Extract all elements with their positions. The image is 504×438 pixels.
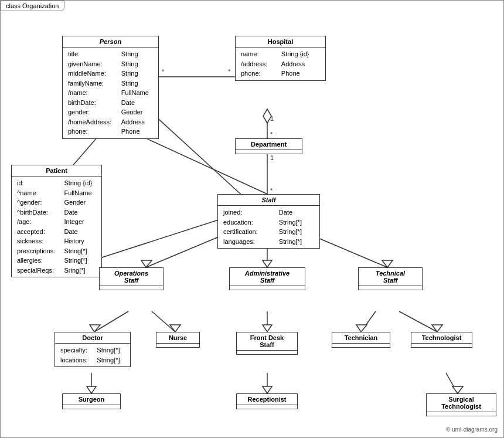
class-hospital: Hospital name:String {id} /address:Addre… <box>235 36 326 81</box>
svg-marker-29 <box>356 325 367 332</box>
class-surgical-technologist-header: SurgicalTechnologist <box>427 394 496 412</box>
svg-marker-33 <box>87 386 96 393</box>
class-hospital-header: Hospital <box>236 36 325 47</box>
class-technologist-body <box>411 344 472 347</box>
class-nurse-body <box>156 344 199 347</box>
class-department-body <box>236 150 302 154</box>
class-person-header: Person <box>63 36 158 47</box>
class-receptionist-header: Receptionist <box>237 394 297 405</box>
svg-marker-4 <box>263 109 271 123</box>
class-surgeon-body <box>63 405 120 409</box>
svg-line-28 <box>361 311 376 332</box>
class-front-desk-staff: Front DeskStaff <box>236 332 298 355</box>
class-doctor: Doctor specialty:String[*] locations:Str… <box>55 332 131 367</box>
class-receptionist-body <box>237 405 297 409</box>
class-patient-header: Patient <box>12 165 101 176</box>
class-technical-staff-header: TechnicalStaff <box>359 268 422 286</box>
svg-marker-23 <box>90 325 100 332</box>
class-technologist: Technologist <box>411 332 472 348</box>
svg-text:*: * <box>162 68 165 75</box>
class-surgeon-header: Surgeon <box>63 394 120 405</box>
class-operations-staff: OperationsStaff <box>99 267 164 290</box>
class-patient-body: id:String {id} ^name:FullName ^gender:Ge… <box>12 176 101 277</box>
class-doctor-header: Doctor <box>55 332 130 344</box>
class-receptionist: Receptionist <box>236 393 298 409</box>
class-patient: Patient id:String {id} ^name:FullName ^g… <box>11 165 102 277</box>
class-surgical-technologist: SurgicalTechnologist <box>426 393 496 416</box>
class-staff: Staff joined:Date education:String[*] ce… <box>217 194 320 249</box>
svg-marker-27 <box>263 325 272 332</box>
class-technical-staff: TechnicalStaff <box>358 267 423 290</box>
class-technical-staff-body <box>359 286 422 290</box>
class-administrative-staff: AdministrativeStaff <box>229 267 305 290</box>
class-staff-header: Staff <box>218 195 319 206</box>
svg-line-22 <box>94 311 128 332</box>
svg-text:1: 1 <box>270 154 274 161</box>
class-surgeon: Surgeon <box>62 393 121 409</box>
svg-text:*: * <box>270 131 273 138</box>
svg-marker-37 <box>452 386 463 393</box>
class-administrative-staff-header: AdministrativeStaff <box>230 268 305 286</box>
svg-line-36 <box>446 373 458 393</box>
copyright: © uml-diagrams.org <box>446 426 498 433</box>
class-front-desk-staff-header: Front DeskStaff <box>237 332 297 351</box>
svg-marker-31 <box>432 325 442 332</box>
svg-text:*: * <box>270 187 273 194</box>
class-operations-staff-body <box>100 286 163 290</box>
class-person-body: title:String givenName:String middleName… <box>63 47 158 138</box>
diagram-container: class Organization * * 1 * 1 * <box>0 0 504 438</box>
class-technician-header: Technician <box>332 332 390 344</box>
svg-line-24 <box>152 311 175 332</box>
class-technician: Technician <box>332 332 390 348</box>
diagram-title: class Organization <box>1 1 64 11</box>
svg-marker-17 <box>141 260 152 267</box>
class-hospital-body: name:String {id} /address:Address phone:… <box>236 47 325 80</box>
class-department-header: Department <box>236 139 302 150</box>
class-person: Person title:String givenName:String mid… <box>62 36 159 139</box>
svg-text:1: 1 <box>270 115 274 122</box>
class-surgical-technologist-body <box>427 412 496 416</box>
svg-marker-25 <box>170 325 181 332</box>
class-administrative-staff-body <box>230 286 305 290</box>
class-nurse: Nurse <box>156 332 200 348</box>
svg-line-30 <box>399 311 437 332</box>
svg-marker-35 <box>263 386 272 393</box>
class-technician-body <box>332 344 390 347</box>
class-technologist-header: Technologist <box>411 332 472 344</box>
class-nurse-header: Nurse <box>156 332 199 344</box>
svg-marker-21 <box>382 260 393 267</box>
class-doctor-body: specialty:String[*] locations:String[*] <box>55 344 130 366</box>
svg-text:*: * <box>228 68 231 75</box>
class-operations-staff-header: OperationsStaff <box>100 268 163 286</box>
class-department: Department <box>235 138 302 154</box>
class-staff-body: joined:Date education:String[*] certific… <box>218 206 319 248</box>
svg-marker-19 <box>263 260 272 267</box>
class-front-desk-staff-body <box>237 351 297 354</box>
